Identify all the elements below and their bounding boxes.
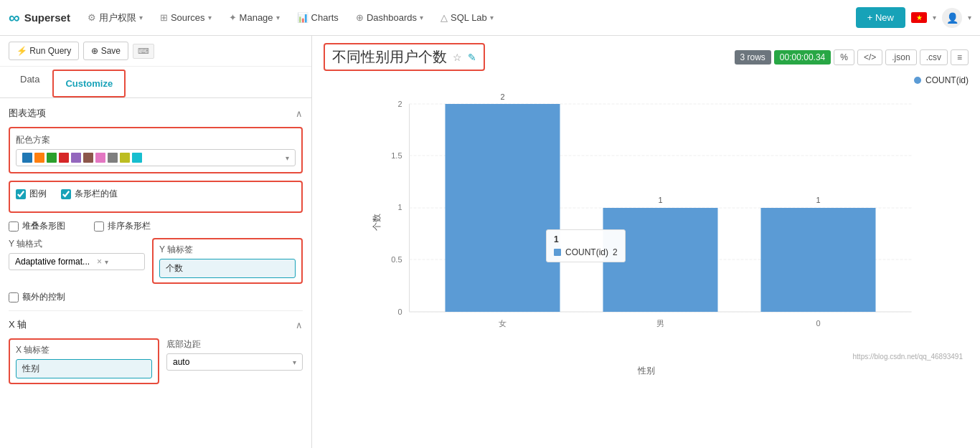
- user-avatar[interactable]: 👤: [942, 8, 962, 28]
- y-axis-format-group: Y 轴格式 Adaptative format... × ▾: [9, 238, 145, 270]
- x-axis-title: X 轴: [9, 318, 27, 331]
- show-legend-checkbox-label[interactable]: 图例: [16, 188, 47, 200]
- show-legend-label: 图例: [29, 188, 47, 200]
- bottom-margin-select[interactable]: auto ▾: [166, 353, 303, 371]
- chevron-down-icon-dash: ▾: [420, 14, 423, 22]
- palette-chevron-icon: ▾: [286, 154, 289, 162]
- nav-user-perms[interactable]: ⚙ 用户权限 ▾: [80, 7, 150, 29]
- nav-manage[interactable]: ✦ Manage ▾: [222, 8, 287, 27]
- sqllab-icon: △: [440, 12, 448, 23]
- y-axis-format-clear-icon[interactable]: ×: [97, 257, 102, 267]
- svg-text:2: 2: [397, 100, 402, 108]
- navbar-right: + New ★ ▾ 👤 ▾: [856, 7, 971, 28]
- tab-data[interactable]: Data: [9, 67, 51, 97]
- order-bars-checkbox[interactable]: [94, 221, 104, 232]
- bar-zero[interactable]: [761, 208, 876, 312]
- x-axis-section-header: X 轴 ∧: [9, 318, 303, 331]
- left-panel: ⚡ Run Query ⊕ Save ⌨ Data Customize 图表选项…: [0, 36, 312, 448]
- show-bar-value-checkbox[interactable]: [61, 189, 71, 199]
- color-palette-dropdown[interactable]: ▾: [16, 149, 296, 166]
- swatch-7: [95, 153, 105, 163]
- chart-title: 不同性别用户个数: [332, 47, 447, 67]
- save-button[interactable]: ⊕ Save: [83, 42, 128, 60]
- x-axis-section: X 轴 ∧ X 轴标签 性别 底部边距 auto ▾: [9, 318, 303, 384]
- svg-text:0: 0: [397, 308, 402, 316]
- csv-btn[interactable]: .csv: [920, 49, 948, 65]
- swatch-8: [108, 153, 118, 163]
- x-axis-label: 性别: [324, 365, 969, 377]
- legend-barvalue-box: 图例 条形栏的值: [9, 181, 303, 213]
- y-axis-format-value: Adaptative format...: [15, 257, 94, 267]
- chart-svg-wrapper: 个数 0 0.5 1 1.5 2 2: [324, 90, 969, 362]
- sources-icon: ⊞: [160, 12, 168, 23]
- svg-text:0.5: 0.5: [391, 255, 402, 264]
- svg-text:1: 1: [397, 203, 402, 211]
- swatch-6: [83, 153, 93, 163]
- bottom-margin-chevron-icon: ▾: [293, 358, 296, 366]
- json-btn[interactable]: .json: [885, 49, 916, 65]
- chevron-down-icon: ▾: [139, 14, 143, 22]
- main-layout: ⚡ Run Query ⊕ Save ⌨ Data Customize 图表选项…: [0, 36, 980, 448]
- nav-sources[interactable]: ⊞ Sources ▾: [153, 8, 219, 27]
- svg-text:2: 2: [500, 92, 504, 101]
- tab-customize[interactable]: Customize: [52, 70, 126, 97]
- chevron-down-icon-manage: ▾: [276, 14, 280, 22]
- show-bar-value-label: 条形栏的值: [75, 188, 118, 200]
- code-btn[interactable]: </>: [857, 49, 882, 65]
- flag-chevron-icon: ▾: [933, 14, 936, 22]
- swatch-3: [47, 153, 57, 163]
- nav-dashboards[interactable]: ⊕ Dashboards ▾: [349, 8, 430, 27]
- chevron-down-icon-sources: ▾: [208, 14, 212, 22]
- bottom-margin-label: 底部边距: [166, 338, 303, 351]
- y-axis-format-label: Y 轴格式: [9, 238, 145, 250]
- stacked-checkbox-label[interactable]: 堆叠条形图: [9, 220, 65, 232]
- y-axis-label-input[interactable]: 个数: [159, 259, 296, 278]
- y-axis-format-select[interactable]: Adaptative format... × ▾: [9, 253, 145, 270]
- chart-options-section-header: 图表选项 ∧: [9, 107, 303, 120]
- logo-symbol: ∞: [9, 9, 20, 27]
- x-axis-collapse-icon[interactable]: ∧: [296, 320, 303, 330]
- legend-barvalue-row: 图例 条形栏的值: [16, 188, 296, 200]
- swatch-4: [59, 153, 69, 163]
- x-axis-controls-row: X 轴标签 性别 底部边距 auto ▾: [9, 338, 303, 384]
- swatch-1: [22, 153, 32, 163]
- svg-text:女: 女: [499, 319, 507, 328]
- percent-btn[interactable]: %: [834, 49, 854, 65]
- menu-btn[interactable]: ≡: [951, 49, 969, 65]
- stacked-order-row: 堆叠条形图 排序条形栏: [9, 220, 303, 232]
- chart-toolbar: 3 rows 00:00:00.34 % </> .json .csv ≡: [735, 49, 969, 65]
- edit-icon[interactable]: ✎: [468, 52, 476, 63]
- keyboard-icon: ⌨: [133, 44, 154, 59]
- legend-dot: [914, 77, 921, 84]
- x-axis-label-box: X 轴标签 性别: [9, 338, 159, 384]
- bar-female[interactable]: [446, 104, 560, 312]
- order-bars-checkbox-label[interactable]: 排序条形栏: [94, 220, 151, 232]
- show-legend-checkbox[interactable]: [16, 189, 26, 199]
- new-button[interactable]: + New: [856, 7, 905, 28]
- x-axis-label-label: X 轴标签: [16, 344, 152, 356]
- swatch-9: [120, 153, 130, 163]
- nav-sqllab[interactable]: △ SQL Lab ▾: [433, 8, 501, 27]
- chart-title-area: 不同性别用户个数 ☆ ✎: [324, 43, 485, 71]
- navbar: ∞ Superset ⚙ 用户权限 ▾ ⊞ Sources ▾ ✦ Manage…: [0, 0, 980, 36]
- extra-controls-checkbox[interactable]: [9, 292, 19, 302]
- x-axis-label-input[interactable]: 性别: [16, 359, 152, 378]
- svg-text:0: 0: [816, 319, 820, 328]
- bottom-margin-group: 底部边距 auto ▾: [166, 338, 303, 371]
- bottom-margin-value: auto: [173, 357, 293, 367]
- chart-options-collapse-icon[interactable]: ∧: [296, 108, 303, 119]
- color-scheme-box: 配色方案 ▾: [9, 127, 303, 173]
- star-icon[interactable]: ☆: [453, 52, 462, 63]
- show-bar-value-checkbox-label[interactable]: 条形栏的值: [61, 188, 118, 200]
- swatch-2: [34, 153, 44, 163]
- bar-male[interactable]: [603, 208, 718, 312]
- extra-controls-checkbox-label[interactable]: 额外的控制: [9, 291, 303, 303]
- stacked-checkbox[interactable]: [9, 221, 19, 232]
- toolbar: ⚡ Run Query ⊕ Save ⌨: [0, 36, 311, 67]
- run-query-button[interactable]: ⚡ Run Query: [9, 42, 79, 60]
- rows-badge: 3 rows: [735, 50, 771, 65]
- brand-name: Superset: [24, 11, 70, 24]
- nav-charts[interactable]: 📊 Charts: [290, 8, 346, 27]
- user-perms-icon: ⚙: [88, 12, 96, 23]
- stacked-label: 堆叠条形图: [22, 220, 65, 232]
